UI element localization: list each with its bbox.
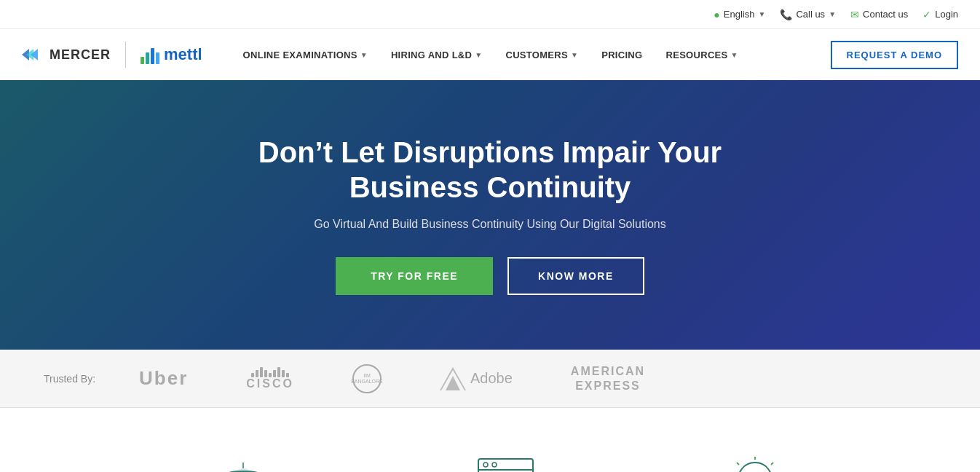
chevron-down-icon: ▼	[475, 51, 482, 59]
mail-icon: ✉	[850, 9, 859, 20]
phone-icon: 📞	[780, 9, 792, 20]
adobe-icon	[440, 367, 466, 390]
nav-pricing[interactable]: PRICING	[590, 29, 654, 80]
globe-icon: ●	[714, 9, 719, 20]
contact-us-link[interactable]: ✉ Contact us	[850, 9, 908, 20]
svg-line-21	[737, 463, 739, 465]
nav-hiring-ld[interactable]: HIRING AND L&D ▼	[379, 29, 494, 80]
chevron-down-icon: ▼	[360, 51, 368, 59]
feature-card-assessment: Online Assessment Software Psychometric,…	[418, 452, 598, 472]
hero-section: Don’t Let Disruptions Impair Your Busine…	[0, 80, 980, 350]
trusted-by-label: Trusted By:	[44, 373, 95, 385]
browser-cursor-icon	[475, 455, 540, 472]
graduation-cap-icon	[210, 455, 276, 472]
call-us-label: Call us	[796, 9, 825, 20]
chevron-down-icon: ▼	[758, 10, 765, 18]
mercer-text: MERCER	[50, 47, 111, 63]
iim-logo: IIMBANGALORE	[352, 364, 382, 393]
hero-title: Don’t Let Disruptions Impair Your Busine…	[213, 135, 767, 205]
login-icon: ✓	[922, 9, 931, 20]
browser-cursor-icon-wrap	[475, 452, 540, 472]
feature-card-examination: Online Examination and Proctoring Soluti…	[127, 452, 360, 472]
iim-emblem: IIMBANGALORE	[352, 364, 382, 393]
login-link[interactable]: ✓ Login	[922, 9, 958, 20]
svg-point-13	[492, 463, 497, 467]
navbar: MERCER mettl ONLINE EXAMINATIONS ▼ HIRIN…	[0, 29, 980, 80]
lightbulb-icon	[722, 455, 788, 472]
nav-online-examinations[interactable]: ONLINE EXAMINATIONS ▼	[232, 29, 379, 80]
chevron-down-icon: ▼	[829, 10, 836, 18]
chevron-down-icon: ▼	[731, 51, 738, 59]
adobe-logo: Adobe	[440, 367, 513, 390]
mettl-logo: mettl	[141, 45, 202, 64]
lightbulb-icon-wrap	[722, 452, 788, 472]
try-for-free-button[interactable]: TRY FOR FREE	[336, 257, 493, 295]
mercer-logo: MERCER	[22, 46, 111, 63]
hero-content: Don’t Let Disruptions Impair Your Busine…	[199, 106, 781, 324]
cisco-logo: CISCO	[246, 367, 294, 390]
mettl-bars-icon	[141, 48, 159, 64]
nav-customers[interactable]: CUSTOMERS ▼	[494, 29, 590, 80]
american-express-logo: AMERICANEXPRESS	[571, 364, 645, 392]
language-selector[interactable]: ● English ▼	[714, 9, 765, 20]
graduation-cap-icon-wrap	[210, 452, 276, 472]
svg-point-12	[483, 463, 488, 467]
language-label: English	[724, 9, 755, 20]
hero-subtitle: Go Virtual And Build Business Continuity…	[213, 218, 767, 231]
svg-marker-6	[221, 468, 265, 472]
request-demo-button[interactable]: REQUEST A DEMO	[831, 41, 959, 69]
hero-buttons: TRY FOR FREE KNOW MORE	[213, 257, 767, 295]
mercer-icon	[22, 46, 45, 63]
call-us-link[interactable]: 📞 Call us ▼	[780, 9, 836, 20]
login-label: Login	[935, 9, 958, 20]
uber-logo: Uber	[139, 367, 188, 390]
logo-area[interactable]: MERCER mettl	[22, 42, 202, 68]
nav-resources[interactable]: RESOURCES ▼	[654, 29, 749, 80]
features-section: Online Examination and Proctoring Soluti…	[0, 408, 980, 472]
logo-divider	[125, 42, 126, 68]
nav-links: ONLINE EXAMINATIONS ▼ HIRING AND L&D ▼ C…	[232, 29, 831, 80]
feature-card-recruitment: Recruitment and L&D Solutions	[656, 452, 853, 472]
svg-line-22	[771, 463, 773, 465]
trusted-by-bar: Trusted By: Uber CISCO IIMBANGALORE	[0, 350, 980, 408]
contact-us-label: Contact us	[863, 9, 908, 20]
cisco-signal-icon	[251, 367, 289, 377]
know-more-button[interactable]: KNOW MORE	[507, 257, 644, 295]
trusted-logos: Uber CISCO IIMBANGALORE	[139, 364, 936, 393]
top-bar: ● English ▼ 📞 Call us ▼ ✉ Contact us ✓ L…	[0, 0, 980, 29]
mettl-text: mettl	[164, 45, 202, 64]
chevron-down-icon: ▼	[571, 51, 578, 59]
